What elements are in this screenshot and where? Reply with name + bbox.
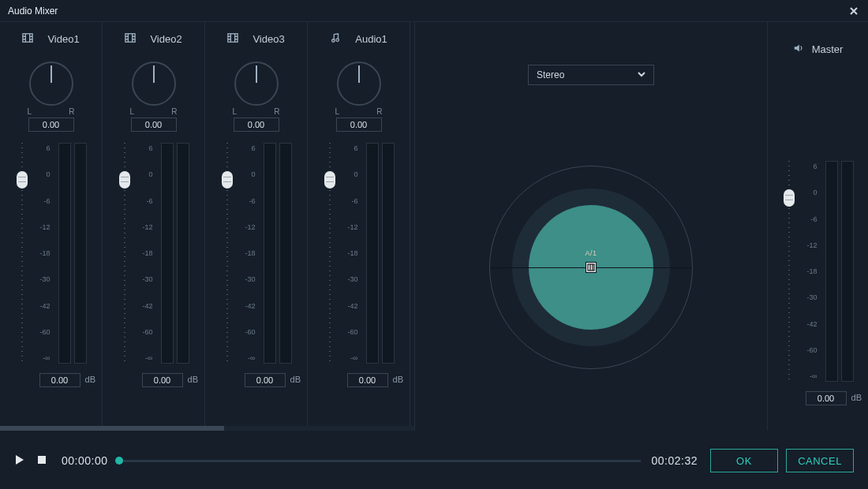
slider-thumb[interactable]	[222, 171, 233, 189]
playback-duration: 00:02:32	[652, 454, 698, 467]
timeline-playhead[interactable]	[115, 457, 123, 465]
slider-thumb[interactable]	[119, 171, 130, 189]
volume-slider[interactable]	[221, 143, 234, 364]
pan-knob[interactable]	[29, 62, 73, 106]
db-value[interactable]: 0.00	[39, 373, 80, 387]
pan-value[interactable]: 0.00	[234, 118, 279, 132]
svg-rect-0	[23, 33, 32, 42]
svg-rect-1	[125, 33, 135, 42]
video-track-icon	[125, 32, 136, 46]
cancel-button[interactable]: CANCEL	[786, 449, 854, 472]
svg-rect-2	[228, 33, 238, 42]
window-title: Audio Mixer	[8, 6, 58, 17]
db-value[interactable]: 0.00	[245, 373, 286, 387]
track-label: Audio1	[355, 33, 387, 45]
close-button[interactable]	[847, 5, 860, 17]
speaker-icon	[793, 43, 804, 56]
play-button[interactable]	[14, 454, 25, 468]
panner-panel: Stereo A/1	[415, 22, 767, 431]
playback-position: 00:00:00	[62, 454, 108, 467]
stop-button[interactable]	[36, 454, 47, 468]
pan-value[interactable]: 0.00	[336, 118, 382, 132]
ok-button[interactable]: OK	[710, 449, 778, 472]
slider-thumb[interactable]	[784, 189, 795, 207]
audio-track-icon	[330, 32, 341, 46]
db-scale: 60-6-12-18-30-42-60-∞	[344, 143, 358, 364]
track-label: Video3	[253, 33, 284, 45]
pan-knob[interactable]	[132, 62, 176, 106]
svg-rect-5	[588, 264, 594, 271]
db-scale: 60-6-12-18-30-42-60-∞	[241, 143, 256, 364]
master-volume-slider[interactable]	[783, 161, 795, 382]
track-label: Video2	[150, 33, 181, 45]
master-panel: Master 60-6-12-18-30-42-60-∞ 0.00 dB	[767, 22, 868, 431]
track-audio1: Audio1 LR 0.00 60-6-12-18-30-42-60-∞ 0.0…	[308, 22, 410, 431]
volume-slider[interactable]	[118, 143, 131, 364]
svg-rect-6	[38, 456, 46, 464]
db-value[interactable]: 0.00	[142, 373, 183, 387]
slider-thumb[interactable]	[324, 171, 335, 189]
db-scale: 60-6-12-18-30-42-60-∞	[139, 143, 153, 364]
pan-value[interactable]: 0.00	[131, 118, 177, 132]
pan-knob[interactable]	[234, 62, 279, 106]
master-db-value[interactable]: 0.00	[806, 391, 847, 405]
video-track-icon	[227, 32, 238, 46]
db-scale: 60-6-12-18-30-42-60-∞	[36, 143, 51, 364]
volume-slider[interactable]	[324, 143, 336, 364]
pan-knob[interactable]	[337, 62, 381, 106]
chevron-down-icon	[638, 69, 645, 80]
footer: 00:00:00 00:02:32 OK CANCEL	[0, 432, 868, 489]
pan-value[interactable]: 0.00	[28, 118, 74, 132]
track-label: Video1	[47, 33, 79, 45]
tracks-panel: Video1 LR 0.00 60-6-12-18-30-42-60-∞	[0, 22, 415, 431]
panner-puck[interactable]	[586, 262, 597, 273]
db-value[interactable]: 0.00	[347, 373, 388, 387]
level-meters	[58, 143, 87, 364]
db-scale: 60-6-12-18-30-42-60-∞	[803, 161, 817, 382]
surround-panner[interactable]: A/1	[489, 166, 693, 369]
track-video1: Video1 LR 0.00 60-6-12-18-30-42-60-∞	[0, 22, 103, 431]
timeline-slider[interactable]	[119, 460, 641, 462]
track-video2: Video2 LR 0.00 60-6-12-18-30-42-60-∞ 0.0…	[103, 22, 205, 431]
slider-thumb[interactable]	[17, 171, 28, 189]
video-track-icon	[22, 32, 33, 46]
volume-slider[interactable]	[16, 143, 28, 364]
track-video3: Video3 LR 0.00 60-6-12-18-30-42-60-∞ 0.0…	[205, 22, 308, 431]
title-bar: Audio Mixer	[0, 0, 868, 22]
master-label: Master	[812, 43, 844, 55]
svg-point-3	[332, 39, 335, 42]
svg-point-4	[336, 38, 339, 41]
pan-mode-select[interactable]: Stereo	[528, 65, 654, 85]
panner-center-label: A/1	[585, 249, 597, 257]
